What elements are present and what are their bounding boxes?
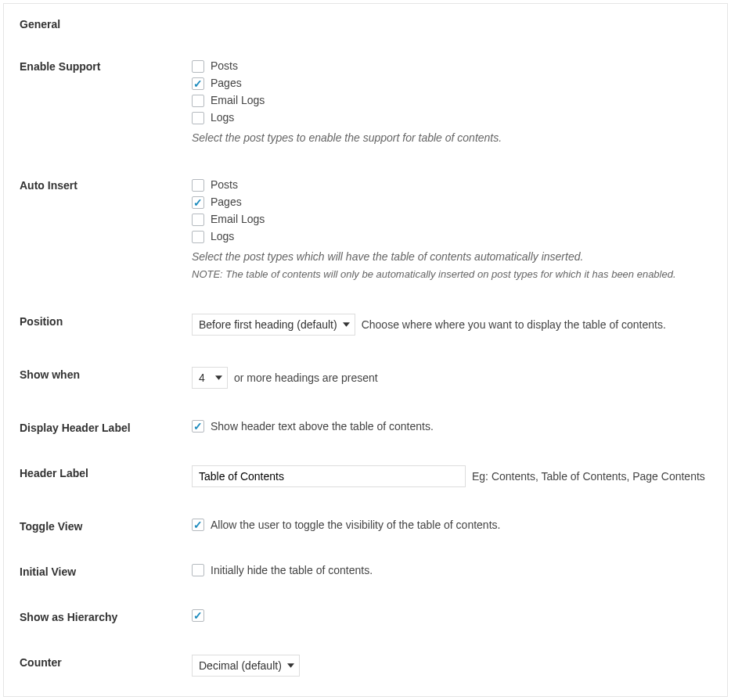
content-initial-view: Initially hide the table of contents. (192, 564, 711, 576)
checkbox-enable-pages[interactable] (192, 77, 204, 90)
label-auto-insert: Auto Insert (20, 178, 192, 192)
position-hint: Choose where where you want to display t… (362, 318, 666, 331)
checkbox-item-logs: Logs (192, 229, 711, 244)
checkbox-autoinsert-pages[interactable] (192, 196, 204, 209)
checkbox-label: Email Logs (211, 212, 265, 227)
checkbox-display-header-label[interactable] (192, 420, 204, 433)
checkbox-item-emaillogs: Email Logs (192, 93, 711, 108)
checkbox-label: Pages (211, 195, 242, 210)
enable-support-description: Select the post types to enable the supp… (192, 130, 711, 146)
label-toggle-view: Toggle View (20, 519, 192, 533)
initial-view-text: Initially hide the table of contents. (211, 564, 373, 576)
auto-insert-note: NOTE: The table of contents will only be… (192, 267, 711, 282)
content-counter: Decimal (default) (192, 655, 711, 677)
content-show-hierarchy (192, 609, 711, 622)
content-toggle-view: Allow the user to toggle the visibility … (192, 519, 711, 531)
checkbox-item-posts: Posts (192, 59, 711, 74)
checkbox-enable-posts[interactable] (192, 60, 204, 73)
checkbox-enable-emaillogs[interactable] (192, 95, 204, 107)
checkbox-autoinsert-emaillogs[interactable] (192, 214, 204, 226)
checkbox-item-pages: Pages (192, 195, 711, 210)
checkbox-item-logs: Logs (192, 110, 711, 125)
show-when-hint: or more headings are present (234, 372, 378, 384)
content-auto-insert: Posts Pages Email Logs Logs Select the p… (192, 178, 711, 282)
row-header-label: Header Label Eg: Contents, Table of Cont… (20, 465, 711, 487)
row-toggle-view: Toggle View Allow the user to toggle the… (20, 519, 711, 533)
toggle-view-text: Allow the user to toggle the visibility … (211, 519, 500, 531)
checkbox-show-hierarchy[interactable] (192, 609, 204, 622)
label-initial-view: Initial View (20, 564, 192, 578)
label-enable-support: Enable Support (20, 59, 192, 73)
label-counter: Counter (20, 655, 192, 669)
label-display-header-label: Display Header Label (20, 420, 192, 434)
checkbox-item-pages: Pages (192, 76, 711, 91)
row-counter: Counter Decimal (default) (20, 655, 711, 677)
checkbox-item-posts: Posts (192, 178, 711, 192)
content-header-label: Eg: Contents, Table of Contents, Page Co… (192, 465, 711, 487)
row-show-hierarchy: Show as Hierarchy (20, 609, 711, 623)
select-position[interactable]: Before first heading (default) (192, 314, 355, 336)
checkbox-label: Email Logs (211, 93, 265, 108)
row-display-header-label: Display Header Label Show header text ab… (20, 420, 711, 434)
checkbox-label: Posts (211, 59, 238, 74)
checkbox-label: Logs (211, 229, 234, 244)
label-position: Position (20, 314, 192, 328)
section-title: General (20, 18, 711, 31)
select-counter[interactable]: Decimal (default) (192, 655, 300, 677)
input-header-label[interactable] (192, 465, 466, 487)
checkbox-autoinsert-logs[interactable] (192, 231, 204, 243)
checkbox-label: Posts (211, 178, 238, 192)
content-position: Before first heading (default) Choose wh… (192, 314, 711, 336)
label-header-label: Header Label (20, 465, 192, 479)
content-show-when: 4 or more headings are present (192, 367, 711, 389)
checkbox-item-emaillogs: Email Logs (192, 212, 711, 227)
row-enable-support: Enable Support Posts Pages Email Logs Lo… (20, 59, 711, 146)
row-position: Position Before first heading (default) … (20, 314, 711, 336)
display-header-text: Show header text above the table of cont… (211, 420, 434, 433)
content-enable-support: Posts Pages Email Logs Logs Select the p… (192, 59, 711, 146)
row-show-when: Show when 4 or more headings are present (20, 367, 711, 389)
label-show-when: Show when (20, 367, 192, 381)
row-auto-insert: Auto Insert Posts Pages Email Logs Logs … (20, 178, 711, 282)
settings-panel: General Enable Support Posts Pages Email… (3, 3, 728, 697)
select-show-when[interactable]: 4 (192, 367, 228, 389)
checkbox-label: Logs (211, 110, 234, 125)
checkbox-toggle-view[interactable] (192, 519, 204, 531)
label-show-hierarchy: Show as Hierarchy (20, 609, 192, 623)
checkbox-enable-logs[interactable] (192, 112, 204, 124)
auto-insert-description: Select the post types which will have th… (192, 249, 711, 265)
checkbox-label: Pages (211, 76, 242, 91)
content-display-header-label: Show header text above the table of cont… (192, 420, 711, 433)
checkbox-autoinsert-posts[interactable] (192, 179, 204, 192)
checkbox-initial-view[interactable] (192, 564, 204, 576)
row-initial-view: Initial View Initially hide the table of… (20, 564, 711, 578)
header-label-hint: Eg: Contents, Table of Contents, Page Co… (472, 470, 705, 483)
